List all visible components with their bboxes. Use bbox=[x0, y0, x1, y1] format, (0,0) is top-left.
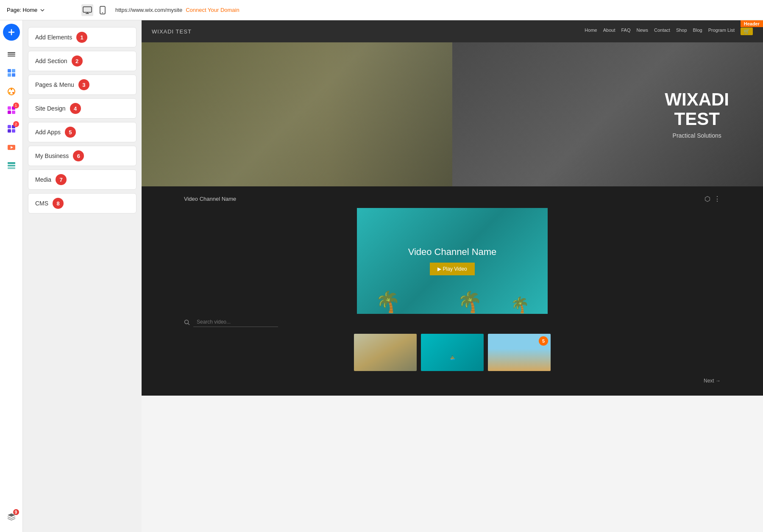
nav-contact[interactable]: Contact bbox=[654, 28, 670, 35]
header-label: Header bbox=[741, 20, 763, 27]
search-video-input[interactable] bbox=[193, 317, 278, 327]
svg-rect-20 bbox=[8, 129, 11, 133]
panel-item-cms[interactable]: CMS 8 bbox=[28, 193, 136, 213]
svg-rect-24 bbox=[8, 162, 15, 164]
svg-rect-4 bbox=[8, 54, 15, 55]
next-label[interactable]: Next → bbox=[704, 378, 721, 384]
panel-item-media[interactable]: Media 7 bbox=[28, 169, 136, 190]
video-title-overlay: Video Channel Name bbox=[408, 247, 497, 258]
add-button[interactable] bbox=[3, 24, 20, 41]
nav-program-list[interactable]: Program List bbox=[708, 28, 735, 35]
sidebar-icon-layers-bottom[interactable]: 9 bbox=[3, 508, 20, 525]
panel-item-label: CMS bbox=[35, 200, 48, 207]
panel-item-pages-menu[interactable]: Pages & Menu 3 bbox=[28, 75, 136, 95]
svg-rect-21 bbox=[12, 129, 15, 133]
thumb-number: 5 bbox=[539, 336, 548, 346]
panel-item-label: Add Elements bbox=[35, 34, 72, 41]
nav-blog[interactable]: Blog bbox=[693, 28, 702, 35]
dots-icon[interactable]: ⋮ bbox=[714, 195, 721, 203]
video-thumb-taxi[interactable] bbox=[354, 334, 417, 371]
video-thumb-beach[interactable]: 5 bbox=[488, 334, 551, 371]
url-text: https://www.wix.com/mysite bbox=[115, 7, 182, 13]
sidebar-icon-layers[interactable] bbox=[3, 46, 20, 63]
hero-title-line1: WIXADI bbox=[665, 90, 729, 109]
palm-right: 🌴 bbox=[457, 290, 482, 314]
video-channel-header: Video Channel Name ⬡ ⋮ bbox=[142, 195, 763, 208]
step-badge-6: 6 bbox=[73, 150, 84, 161]
nav-faq[interactable]: FAQ bbox=[621, 28, 630, 35]
panel-item-label: Media bbox=[35, 176, 51, 183]
panel-item-my-business[interactable]: My Business 6 bbox=[28, 146, 136, 166]
layers-badge: 9 bbox=[13, 509, 19, 515]
svg-rect-25 bbox=[8, 165, 15, 166]
search-icon bbox=[184, 319, 190, 325]
connect-domain-link[interactable]: Connect Your Domain bbox=[186, 7, 239, 13]
site-header: WIXADI TEST Home About FAQ News Contact … bbox=[142, 20, 763, 42]
sidebar-icon-cms[interactable] bbox=[3, 158, 20, 175]
cart-icon[interactable]: 🛒 bbox=[741, 28, 753, 35]
business-badge: 2 bbox=[13, 121, 19, 127]
svg-rect-6 bbox=[8, 69, 11, 72]
video-thumb-ocean[interactable]: 🚣 bbox=[421, 334, 484, 371]
panel: Add Elements 1 Add Section 2 Pages & Men… bbox=[23, 20, 142, 532]
svg-point-13 bbox=[12, 92, 14, 94]
sidebar-icon-design[interactable] bbox=[3, 83, 20, 100]
page-label: Page: Home bbox=[7, 7, 37, 13]
svg-point-12 bbox=[9, 92, 11, 94]
nav-shop[interactable]: Shop bbox=[676, 28, 687, 35]
svg-rect-17 bbox=[12, 111, 15, 114]
svg-rect-7 bbox=[12, 69, 15, 72]
panel-item-label: Site Design bbox=[35, 105, 66, 112]
step-badge-8: 8 bbox=[53, 198, 64, 209]
icon-sidebar: 1 2 9 bbox=[0, 20, 23, 532]
svg-rect-5 bbox=[8, 55, 15, 57]
kayak-icon: 🚣 bbox=[450, 355, 455, 360]
step-badge-3: 3 bbox=[78, 79, 89, 90]
hero-subtitle: Practical Solutions bbox=[665, 132, 729, 139]
page-selector[interactable]: Page: Home bbox=[7, 7, 75, 13]
nav-home[interactable]: Home bbox=[585, 28, 597, 35]
device-icons bbox=[81, 4, 109, 16]
svg-rect-9 bbox=[12, 73, 15, 77]
url-bar: https://www.wix.com/mysite Connect Your … bbox=[115, 7, 756, 13]
panel-item-add-apps[interactable]: Add Apps 5 bbox=[28, 122, 136, 142]
svg-line-28 bbox=[188, 323, 190, 325]
desktop-icon[interactable] bbox=[81, 4, 93, 16]
video-main[interactable]: 🌴 🌴 🌴 Video Channel Name ▶ Play Video bbox=[357, 208, 548, 314]
svg-point-11 bbox=[11, 89, 12, 90]
hero-bg-left bbox=[142, 42, 452, 186]
nav-about[interactable]: About bbox=[603, 28, 615, 35]
panel-item-label: My Business bbox=[35, 152, 69, 159]
panel-item-label: Pages & Menu bbox=[35, 81, 74, 88]
hero-title: WIXADI TEST bbox=[665, 90, 729, 129]
sidebar-icon-business[interactable]: 2 bbox=[3, 120, 20, 137]
svg-rect-18 bbox=[8, 125, 11, 128]
icon-sidebar-bottom: 9 bbox=[3, 508, 20, 529]
svg-rect-0 bbox=[83, 7, 92, 12]
preview-area[interactable]: WIXADI TEST Home About FAQ News Contact … bbox=[142, 20, 763, 532]
sidebar-icon-elements[interactable] bbox=[3, 64, 20, 81]
share-icon[interactable]: ⬡ bbox=[705, 195, 710, 203]
sidebar-icon-apps[interactable]: 1 bbox=[3, 102, 20, 119]
palm-left: 🌴 bbox=[375, 290, 401, 314]
video-channel-actions[interactable]: ⬡ ⋮ bbox=[705, 195, 721, 203]
step-badge-1: 1 bbox=[76, 32, 87, 43]
next-row[interactable]: Next → bbox=[142, 374, 763, 387]
panel-item-site-design[interactable]: Site Design 4 bbox=[28, 98, 136, 119]
site-nav: Home About FAQ News Contact Shop Blog Pr… bbox=[585, 28, 753, 35]
nav-news[interactable]: News bbox=[636, 28, 648, 35]
svg-point-27 bbox=[185, 320, 189, 324]
hero-title-line2: TEST bbox=[665, 109, 729, 129]
panel-item-label: Add Apps bbox=[35, 129, 61, 136]
top-bar: Page: Home https://www.wix.com/mysite Co… bbox=[0, 0, 763, 20]
hero-content: WIXADI TEST Practical Solutions bbox=[665, 90, 729, 139]
mobile-icon[interactable] bbox=[97, 4, 109, 16]
hero-section: WIXADI TEST Practical Solutions bbox=[142, 42, 763, 186]
play-video-button[interactable]: ▶ Play Video bbox=[430, 263, 475, 275]
sidebar-icon-media[interactable] bbox=[3, 139, 20, 156]
panel-item-add-section[interactable]: Add Section 2 bbox=[28, 51, 136, 71]
svg-rect-14 bbox=[8, 106, 11, 110]
panel-item-add-elements[interactable]: Add Elements 1 bbox=[28, 27, 136, 47]
svg-rect-8 bbox=[8, 73, 11, 77]
step-badge-2: 2 bbox=[72, 55, 83, 66]
